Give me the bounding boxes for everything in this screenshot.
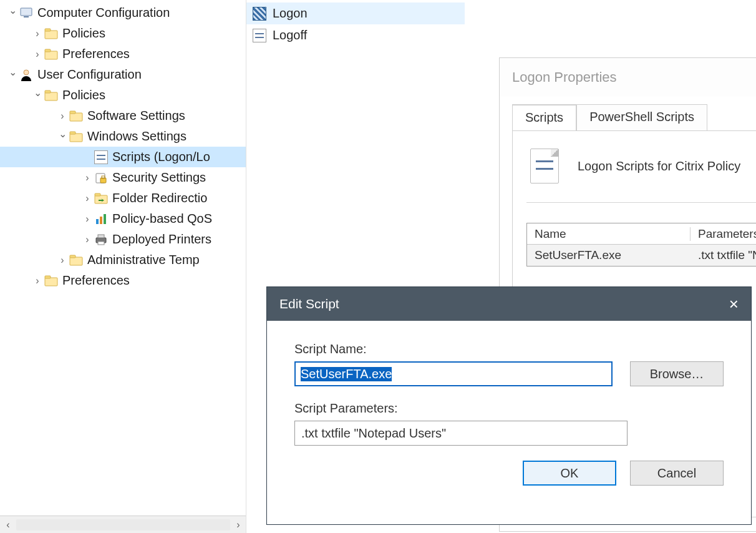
svg-rect-12 [70, 132, 75, 134]
table-header: Name Parameters [527, 223, 756, 245]
svg-rect-3 [45, 29, 51, 31]
col-params[interactable]: Parameters [691, 227, 756, 241]
list-item-logon[interactable]: Logon [246, 2, 465, 24]
tree-label: User Configuration [37, 67, 142, 82]
svg-rect-26 [45, 278, 57, 286]
tree-label: Software Settings [87, 109, 185, 123]
dialog-titlebar[interactable]: Logon Properties ? × [500, 58, 756, 97]
folder-icon [69, 253, 84, 268]
expander-icon[interactable] [31, 49, 44, 60]
tab-scripts[interactable]: Scripts [512, 104, 576, 131]
svg-rect-17 [95, 193, 100, 196]
svg-rect-16 [95, 195, 107, 203]
expander-icon[interactable] [81, 213, 94, 225]
dialog-titlebar[interactable]: Edit Script × [267, 287, 751, 321]
tree-node-scripts[interactable]: Scripts (Logon/Lo [0, 147, 246, 167]
tree-node-computer-configuration[interactable]: Computer Configuration [0, 2, 246, 23]
expander-icon[interactable] [81, 234, 94, 245]
expander-icon[interactable] [6, 69, 19, 81]
svg-rect-9 [70, 113, 82, 121]
folder-icon [44, 88, 59, 103]
dialog-title: Logon Properties [512, 69, 617, 86]
button-label: Cancel [657, 466, 696, 481]
tree-node-uc-policies[interactable]: Policies [0, 85, 246, 105]
tree-node-deployed-printers[interactable]: Deployed Printers [0, 229, 246, 250]
col-name[interactable]: Name [527, 227, 691, 241]
svg-rect-23 [98, 242, 104, 245]
tree-node-security-settings[interactable]: Security Settings [0, 167, 246, 188]
svg-rect-5 [45, 49, 51, 52]
folder-icon [69, 109, 84, 124]
tab-header: Logon Scripts for Citrix Policy [526, 142, 756, 203]
tree-label: Preferences [62, 47, 130, 61]
horizontal-scrollbar[interactable]: ‹ › [0, 516, 246, 533]
tree-node-cc-policies[interactable]: Policies [0, 23, 246, 44]
cell-name: SetUserFTA.exe [527, 248, 691, 262]
svg-rect-11 [70, 134, 82, 142]
expander-icon[interactable] [31, 89, 44, 101]
button-label: OK [561, 466, 579, 481]
expander-icon[interactable] [31, 28, 44, 39]
tree-label: Folder Redirectio [112, 191, 207, 205]
list-item-logoff[interactable]: Logoff [246, 24, 756, 46]
tree-node-software-settings[interactable]: Software Settings [0, 105, 246, 126]
logon-icon [251, 6, 268, 22]
expander-icon[interactable] [56, 130, 69, 142]
dialog-body: Script Name: SetUserFTA.exe Browse… Scri… [267, 321, 751, 498]
tree-node-uc-preferences[interactable]: Preferences [0, 270, 246, 291]
user-icon [19, 67, 34, 82]
expander-icon[interactable] [56, 255, 69, 266]
printer-icon [94, 232, 109, 247]
tree-label: Administrative Temp [87, 253, 200, 267]
scroll-track[interactable] [16, 519, 230, 531]
script-name-label: Script Name: [294, 342, 724, 356]
list-item-label: Logoff [273, 28, 307, 42]
tree-node-policy-qos[interactable]: Policy-based QoS [0, 208, 246, 229]
svg-rect-20 [104, 214, 106, 224]
svg-rect-4 [45, 51, 57, 59]
tree-node-folder-redirection[interactable]: Folder Redirectio [0, 188, 246, 208]
folder-redirection-icon [94, 191, 109, 206]
script-icon [94, 150, 109, 165]
expander-icon[interactable] [81, 172, 94, 183]
scripts-table[interactable]: Name Parameters SetUserFTA.exe .txt txtf… [526, 223, 756, 266]
svg-rect-10 [70, 111, 75, 114]
expander-icon[interactable] [81, 193, 94, 204]
list-item-label: Logon [273, 6, 308, 21]
tab-label: Scripts [525, 110, 563, 124]
browse-button[interactable]: Browse… [630, 361, 724, 386]
svg-rect-27 [45, 276, 51, 278]
dialog-title: Edit Script [279, 296, 339, 311]
tree: Computer Configuration Policies Preferen… [0, 0, 246, 291]
expander-icon[interactable] [6, 7, 19, 19]
svg-rect-0 [21, 8, 32, 16]
tree-node-admin-templates[interactable]: Administrative Temp [0, 250, 246, 270]
svg-rect-8 [45, 90, 51, 93]
tab-label: PowerShell Scripts [589, 110, 694, 124]
tab-powershell[interactable]: PowerShell Scripts [576, 104, 707, 130]
close-icon[interactable]: × [714, 295, 739, 314]
script-params-label: Script Parameters: [294, 401, 724, 416]
expander-icon[interactable] [56, 110, 69, 122]
cancel-button[interactable]: Cancel [630, 461, 724, 486]
dialog-edit-script: Edit Script × Script Name: SetUserFTA.ex… [267, 287, 751, 524]
tabstrip: Scripts PowerShell Scripts [512, 99, 756, 130]
document-icon [530, 149, 559, 183]
table-row[interactable]: SetUserFTA.exe .txt txtfile "Notepad Use… [527, 245, 756, 266]
tree-label: Windows Settings [87, 129, 187, 144]
script-params-input[interactable] [294, 421, 628, 446]
tree-node-user-configuration[interactable]: User Configuration [0, 64, 246, 85]
expander-icon[interactable] [31, 275, 44, 286]
tree-node-cc-preferences[interactable]: Preferences [0, 44, 246, 64]
folder-icon [44, 273, 59, 288]
chart-bars-icon [94, 212, 109, 227]
security-icon [94, 170, 109, 185]
tree-label: Policies [62, 88, 105, 102]
ok-button[interactable]: OK [523, 461, 616, 486]
tree-node-windows-settings[interactable]: Windows Settings [0, 126, 246, 147]
scroll-left-icon[interactable]: ‹ [0, 517, 16, 533]
scroll-right-icon[interactable]: › [230, 517, 246, 533]
tree-label: Scripts (Logon/Lo [112, 150, 210, 164]
svg-rect-22 [98, 235, 104, 238]
script-name-input[interactable]: SetUserFTA.exe [294, 361, 613, 386]
